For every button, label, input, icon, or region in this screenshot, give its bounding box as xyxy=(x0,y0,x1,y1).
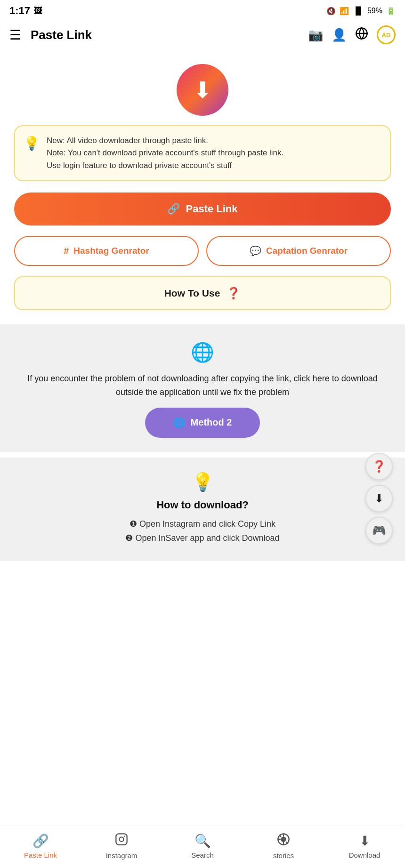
float-game-button[interactable]: 🎮 xyxy=(365,517,393,544)
how-dl-title: How to download? xyxy=(14,499,391,511)
nav-stories-icon xyxy=(277,833,290,849)
logo-section: ⬇ xyxy=(0,50,405,125)
method2-button[interactable]: 🌐 Method 2 xyxy=(145,408,260,438)
info-text: New: All video downloader through paste … xyxy=(47,135,284,172)
float-game-icon: 🎮 xyxy=(372,524,386,537)
download-logo-icon: ⬇ xyxy=(193,77,212,103)
float-help-button[interactable]: ❓ xyxy=(365,453,393,480)
bottom-nav: 🔗 Paste Link Instagram 🔍 Search stories … xyxy=(0,826,405,868)
how-to-use-box[interactable]: How To Use ❓ xyxy=(14,276,391,310)
help-circle-icon: ❓ xyxy=(227,287,241,300)
svg-rect-2 xyxy=(116,834,127,844)
ad-text: AD xyxy=(382,32,391,39)
nav-item-stories[interactable]: stories xyxy=(262,833,305,860)
globe-icon: 🌐 xyxy=(191,341,214,363)
nav-paste-link-icon: 🔗 xyxy=(32,833,49,849)
nav-search-icon: 🔍 xyxy=(194,833,211,849)
how-dl-step1: ❶ Open Instagram and click Copy Link xyxy=(14,519,391,529)
translate-icon[interactable] xyxy=(355,27,368,43)
captation-generator-button[interactable]: 💬 Captation Genrator xyxy=(206,236,391,266)
battery-icon: 🔋 xyxy=(386,7,396,16)
nav-instagram-label: Instagram xyxy=(106,852,138,860)
how-to-use-text: How To Use xyxy=(164,288,220,299)
paste-link-button[interactable]: 🔗 Paste Link xyxy=(14,193,391,225)
link-icon: 🔗 xyxy=(167,203,180,215)
status-time: 1:17 🖼 xyxy=(9,5,42,17)
how-to-download-section: ❓ ⬇ 🎮 💡 How to download? ❶ Open Instagra… xyxy=(0,458,405,561)
battery-text: 59% xyxy=(367,7,382,15)
nav-stories-label: stories xyxy=(273,852,294,860)
ad-badge[interactable]: AD xyxy=(377,25,396,44)
nav-download-icon: ⬇ xyxy=(359,833,370,849)
instagram-nav-icon[interactable]: 📷 xyxy=(308,28,323,42)
paste-link-label: Paste Link xyxy=(186,203,237,215)
app-logo: ⬇ xyxy=(177,64,228,116)
how-dl-step2: ❷ Open InSaver app and click Download xyxy=(14,533,391,543)
nav-instagram-icon xyxy=(115,833,128,849)
nav-paste-link-label: Paste Link xyxy=(24,851,57,859)
time-text: 1:17 xyxy=(9,5,30,17)
wifi-icon: 📶 xyxy=(340,7,349,16)
account-icon[interactable]: 👤 xyxy=(332,28,347,42)
top-nav: ☰ Paste Link 📷 👤 AD xyxy=(0,20,405,50)
nav-item-instagram[interactable]: Instagram xyxy=(100,833,143,860)
hashtag-icon: # xyxy=(64,246,69,257)
nav-item-search[interactable]: 🔍 Search xyxy=(181,833,224,859)
status-photo-icon: 🖼 xyxy=(34,6,42,16)
nav-item-paste-link[interactable]: 🔗 Paste Link xyxy=(19,833,62,859)
bottom-spacer xyxy=(0,561,405,618)
nav-icons: 📷 👤 AD xyxy=(308,25,396,44)
mute-icon: 🔇 xyxy=(326,7,336,16)
status-icons: 🔇 📶 ▐▌ 59% 🔋 xyxy=(326,7,396,16)
float-help-icon: ❓ xyxy=(372,460,386,473)
problem-text: If you encounter the problem of not down… xyxy=(14,372,391,399)
problem-section: 🌐 If you encounter the problem of not do… xyxy=(0,324,405,452)
captation-label: Captation Genrator xyxy=(266,246,348,256)
nav-search-label: Search xyxy=(191,851,214,859)
lightbulb-info-icon: 💡 xyxy=(24,136,40,151)
hashtag-label: Hashtag Genrator xyxy=(73,246,149,256)
nav-title: Paste Link xyxy=(31,28,308,42)
floating-buttons: ❓ ⬇ 🎮 xyxy=(365,453,393,544)
svg-point-4 xyxy=(124,836,125,836)
float-download-icon: ⬇ xyxy=(374,492,384,505)
status-bar: 1:17 🖼 🔇 📶 ▐▌ 59% 🔋 xyxy=(0,0,405,20)
method2-label: Method 2 xyxy=(191,417,232,428)
method2-icon: 🌐 xyxy=(173,417,185,428)
hamburger-menu[interactable]: ☰ xyxy=(9,27,21,43)
signal-icon: ▐▌ xyxy=(353,7,364,15)
captation-icon: 💬 xyxy=(250,245,261,257)
float-download-button[interactable]: ⬇ xyxy=(365,485,393,512)
nav-item-download[interactable]: ⬇ Download xyxy=(343,833,386,859)
info-box: 💡 New: All video downloader through past… xyxy=(14,125,391,181)
hashtag-generator-button[interactable]: # Hashtag Genrator xyxy=(14,236,199,266)
nav-download-label: Download xyxy=(349,851,381,859)
svg-point-3 xyxy=(119,837,123,841)
two-button-row: # Hashtag Genrator 💬 Captation Genrator xyxy=(14,236,391,266)
lightbulb-section-icon: 💡 xyxy=(14,472,391,492)
